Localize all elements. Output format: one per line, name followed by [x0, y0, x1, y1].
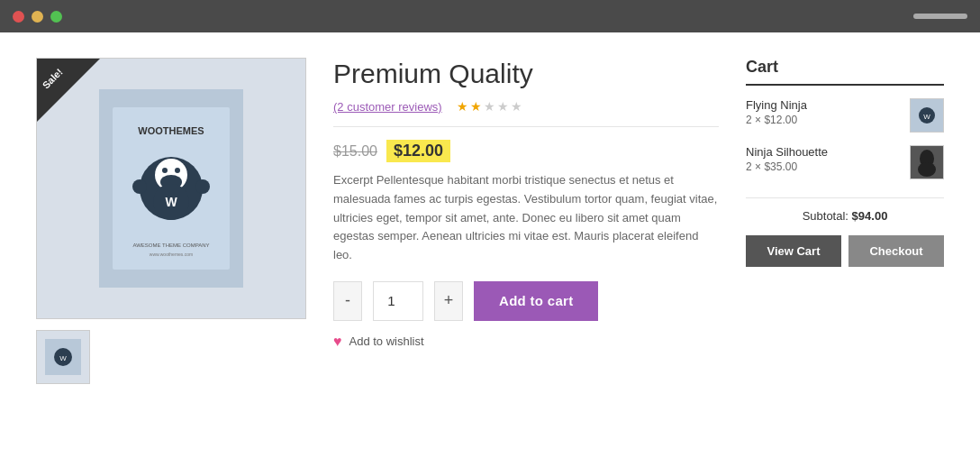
cart-item-2-price: 2 × $35.00	[746, 160, 901, 173]
price-divider	[333, 126, 719, 127]
close-button[interactable]	[13, 11, 24, 23]
cart-item-1-name: Flying Ninja	[746, 98, 901, 112]
price-old: $15.00	[333, 143, 377, 160]
wishlist-link[interactable]: Add to wishlist	[349, 334, 424, 348]
quantity-decrease-button[interactable]: -	[333, 281, 362, 321]
cart-sidebar: Cart Flying Ninja 2 × $12.00 W	[746, 58, 944, 442]
star-3: ★	[484, 99, 495, 114]
svg-text:W: W	[165, 195, 177, 209]
reviews-row: (2 customer reviews) ★ ★ ★ ★ ★	[333, 99, 719, 114]
titlebar-indicator	[913, 14, 967, 19]
checkout-button[interactable]: Checkout	[848, 235, 944, 267]
cart-item-2-qty: 2	[746, 160, 752, 173]
svg-point-10	[132, 179, 147, 194]
cart-item-1-unit-price: $12.00	[764, 114, 797, 126]
heart-icon: ♥	[333, 334, 342, 350]
svg-point-11	[195, 179, 210, 194]
maximize-button[interactable]	[50, 11, 62, 23]
product-figure: WOOTHEMES W AWE	[37, 59, 305, 318]
product-description: Excerpt Pellentesque habitant morbi tris…	[333, 171, 719, 265]
cart-item-2-name: Ninja Silhouette	[746, 145, 901, 159]
subtotal-label: Subtotal:	[803, 209, 848, 223]
product-thumbnail-1[interactable]: W	[36, 330, 90, 384]
cart-item-1-price: 2 × $12.00	[746, 114, 901, 126]
price-new: $12.00	[386, 140, 450, 162]
product-details: Premium Quality (2 customer reviews) ★ ★…	[333, 58, 719, 442]
star-2: ★	[470, 99, 482, 114]
product-title: Premium Quality	[333, 58, 719, 90]
wishlist-row: ♥ Add to wishlist	[333, 334, 719, 350]
cart-item-2-unit-price: $35.00	[764, 160, 797, 173]
svg-text:W: W	[59, 354, 67, 362]
svg-text:W: W	[923, 113, 930, 121]
star-4: ★	[497, 99, 509, 114]
star-5: ★	[511, 99, 522, 114]
svg-point-22	[918, 162, 936, 177]
main-product-image: Sale! WOOTHEMES	[36, 58, 306, 319]
cart-item-1-qty: 2	[746, 114, 752, 126]
thumbnail-row: W	[36, 330, 306, 384]
cart-item-1-thumbnail: W	[910, 98, 944, 133]
svg-point-6	[162, 168, 168, 173]
titlebar	[0, 0, 980, 32]
cart-item-1-x: ×	[755, 114, 764, 126]
cart-item-2-info: Ninja Silhouette 2 × $35.00	[746, 145, 901, 173]
cart-divider	[746, 197, 944, 198]
cart-item-2: Ninja Silhouette 2 × $35.00	[746, 145, 944, 179]
cart-title: Cart	[746, 58, 944, 86]
sale-badge-text: Sale!	[41, 66, 65, 90]
cart-item-1-info: Flying Ninja 2 × $12.00	[746, 98, 901, 126]
svg-text:AWESOME THEME COMPANY: AWESOME THEME COMPANY	[132, 243, 209, 248]
quantity-input[interactable]	[373, 281, 423, 321]
star-rating: ★ ★ ★ ★ ★	[457, 99, 522, 114]
reviews-link[interactable]: (2 customer reviews)	[333, 100, 442, 114]
star-1: ★	[457, 99, 468, 114]
cart-item-2-x: ×	[755, 160, 764, 173]
svg-point-7	[175, 168, 180, 173]
main-content: Sale! WOOTHEMES	[0, 32, 980, 467]
minimize-button[interactable]	[32, 11, 43, 23]
add-to-cart-button[interactable]: Add to cart	[474, 281, 598, 321]
subtotal-amount: $94.00	[852, 209, 888, 223]
price-row: $15.00 $12.00	[333, 140, 719, 162]
quantity-increase-button[interactable]: +	[434, 281, 463, 321]
view-cart-button[interactable]: View Cart	[746, 235, 841, 267]
subtotal-row: Subtotal: $94.00	[746, 209, 944, 223]
svg-text:WOOTHEMES: WOOTHEMES	[138, 125, 204, 136]
cart-buttons: View Cart Checkout	[746, 235, 944, 267]
svg-text:www.woothemes.com: www.woothemes.com	[150, 252, 193, 257]
quantity-cart-row: - + Add to cart	[333, 281, 719, 321]
cart-item-2-thumbnail	[910, 145, 944, 179]
product-image-section: Sale! WOOTHEMES	[36, 58, 306, 442]
cart-item-1: Flying Ninja 2 × $12.00 W	[746, 98, 944, 133]
